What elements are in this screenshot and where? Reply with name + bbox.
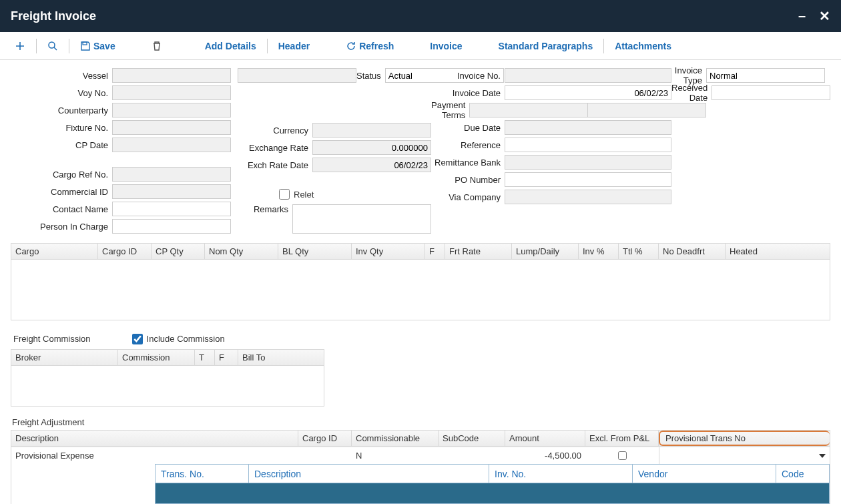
- invoice-date-label: Invoice Date: [431, 88, 505, 98]
- cargo-col-header[interactable]: Heated: [726, 244, 830, 259]
- fixture-no-field[interactable]: [112, 120, 231, 135]
- received-date-field[interactable]: [712, 85, 830, 100]
- commission-col-header[interactable]: Bill To: [238, 350, 324, 365]
- vessel-field[interactable]: [112, 68, 231, 83]
- commission-col-header[interactable]: T: [195, 350, 215, 365]
- adjust-col-header[interactable]: Commissionable: [352, 431, 439, 446]
- contact-name-field[interactable]: [112, 202, 231, 216]
- commission-col-header[interactable]: F: [215, 350, 238, 365]
- sub-col-header[interactable]: Inv. No.: [489, 465, 633, 483]
- aux-field[interactable]: [238, 68, 356, 83]
- vessel-label: Vessel: [11, 71, 112, 81]
- relet-checkbox[interactable]: [279, 189, 290, 200]
- po-number-field[interactable]: [505, 172, 671, 187]
- dropdown-arrow-icon: [819, 454, 826, 458]
- standard-paragraphs-button[interactable]: Standard Paragraphs: [492, 37, 600, 55]
- adjustment-grid: Description Cargo ID Commissionable SubC…: [11, 430, 830, 504]
- due-date-label: Due Date: [431, 123, 505, 133]
- adjustment-row[interactable]: Provisional Expense N -4,500.00: [11, 447, 830, 464]
- due-date-field[interactable]: [505, 120, 671, 135]
- cargo-ref-no-label: Cargo Ref No.: [11, 170, 112, 180]
- minimize-button[interactable]: –: [798, 8, 806, 24]
- sub-col-header[interactable]: Code: [776, 465, 829, 483]
- toolbar-separator: [36, 39, 37, 53]
- adjustment-title: Freight Adjustment: [11, 415, 830, 430]
- attachments-button[interactable]: Attachments: [608, 37, 678, 55]
- search-button[interactable]: [41, 37, 65, 55]
- toolbar-separator: [69, 39, 69, 53]
- save-label: Save: [93, 41, 115, 51]
- cargo-col-header[interactable]: Nom Qty: [205, 244, 278, 259]
- cargo-grid-header: Cargo Cargo ID CP Qty Nom Qty BL Qty Inv…: [11, 244, 830, 260]
- adjust-col-header[interactable]: Amount: [505, 431, 585, 446]
- save-button[interactable]: Save: [73, 37, 122, 55]
- sub-col-header[interactable]: Trans. No.: [156, 465, 249, 483]
- cargo-col-header[interactable]: Frt Rate: [445, 244, 512, 259]
- sub-col-header[interactable]: Description: [249, 465, 489, 483]
- invoice-button[interactable]: Invoice: [423, 37, 469, 55]
- cargo-col-header[interactable]: BL Qty: [278, 244, 352, 259]
- remarks-field[interactable]: [292, 204, 431, 234]
- close-button[interactable]: ✕: [819, 8, 830, 24]
- person-in-charge-field[interactable]: [112, 219, 231, 234]
- fixture-no-label: Fixture No.: [11, 123, 112, 133]
- form-col-1: Vessel Voy No. Counterparty Fixture No. …: [11, 68, 231, 236]
- excl-pl-checkbox[interactable]: [618, 451, 627, 460]
- cp-date-field[interactable]: [112, 138, 231, 152]
- invoice-date-field[interactable]: [505, 85, 671, 100]
- cargo-col-header[interactable]: Inv Qty: [352, 244, 425, 259]
- reference-field[interactable]: [505, 138, 671, 152]
- cargo-col-header[interactable]: CP Qty: [152, 244, 205, 259]
- new-button[interactable]: [8, 37, 32, 55]
- delete-button[interactable]: [145, 37, 169, 55]
- adjust-col-header[interactable]: Excl. From P&L: [585, 431, 659, 446]
- received-date-label: Received Date: [671, 83, 712, 103]
- payment-terms-code-field[interactable]: [469, 103, 587, 117]
- include-commission-label[interactable]: Include Commission: [132, 334, 225, 344]
- currency-label: Currency: [231, 125, 312, 136]
- commission-col-header[interactable]: Broker: [11, 350, 118, 365]
- cargo-ref-no-field[interactable]: [112, 167, 231, 182]
- form-area: Vessel Voy No. Counterparty Fixture No. …: [0, 60, 841, 239]
- cargo-col-header[interactable]: Ttl %: [619, 244, 659, 259]
- cargo-section: Cargo Cargo ID CP Qty Nom Qty BL Qty Inv…: [0, 239, 841, 324]
- currency-field[interactable]: [312, 123, 431, 138]
- commission-col-header[interactable]: Commission: [118, 350, 195, 365]
- voy-no-field[interactable]: [112, 85, 231, 100]
- cargo-col-header[interactable]: Cargo ID: [98, 244, 152, 259]
- provisional-trans-dropdown[interactable]: Trans. No. Description Inv. No. Vendor C…: [155, 464, 830, 504]
- remittance-bank-field[interactable]: [505, 155, 671, 170]
- cargo-col-header[interactable]: No Deadfrt: [659, 244, 726, 259]
- header-button[interactable]: Header: [272, 37, 316, 55]
- cargo-grid-body[interactable]: [11, 260, 830, 320]
- provisional-dropdown-body[interactable]: [156, 483, 829, 503]
- add-details-button[interactable]: Add Details: [198, 37, 263, 55]
- sub-col-header[interactable]: Vendor: [633, 465, 776, 483]
- cargo-col-header[interactable]: Inv %: [579, 244, 619, 259]
- cargo-col-header[interactable]: Lump/Daily: [512, 244, 579, 259]
- reference-label: Reference: [431, 140, 505, 150]
- counterparty-field[interactable]: [112, 103, 231, 117]
- refresh-button[interactable]: Refresh: [339, 37, 400, 55]
- exchange-rate-field[interactable]: [312, 140, 431, 155]
- svg-point-0: [49, 42, 55, 48]
- toolbar: Save Add Details Header Refresh Invoice …: [0, 32, 841, 60]
- contact-name-label: Contact Name: [11, 204, 112, 214]
- counterparty-label: Counterparty: [11, 105, 112, 115]
- cargo-col-header[interactable]: Cargo: [11, 244, 98, 259]
- cargo-col-header[interactable]: F: [425, 244, 445, 259]
- adjust-col-header[interactable]: Cargo ID: [298, 431, 352, 446]
- adjust-col-header-provisional[interactable]: Provisional Trans No: [659, 431, 830, 446]
- include-commission-checkbox[interactable]: [132, 334, 143, 344]
- adjust-provisional-cell[interactable]: [659, 447, 830, 464]
- remarks-label: Remarks: [231, 204, 292, 214]
- via-company-label: Via Company: [431, 192, 505, 202]
- invoice-no-field[interactable]: [505, 68, 671, 83]
- exch-rate-date-field[interactable]: [312, 158, 431, 172]
- commission-grid-body[interactable]: [11, 366, 324, 406]
- adjust-col-header[interactable]: Description: [11, 431, 298, 446]
- commercial-id-field[interactable]: [112, 184, 231, 199]
- adjust-col-header[interactable]: SubCode: [439, 431, 505, 446]
- via-company-field[interactable]: [505, 190, 671, 204]
- invoice-type-field[interactable]: [706, 68, 825, 83]
